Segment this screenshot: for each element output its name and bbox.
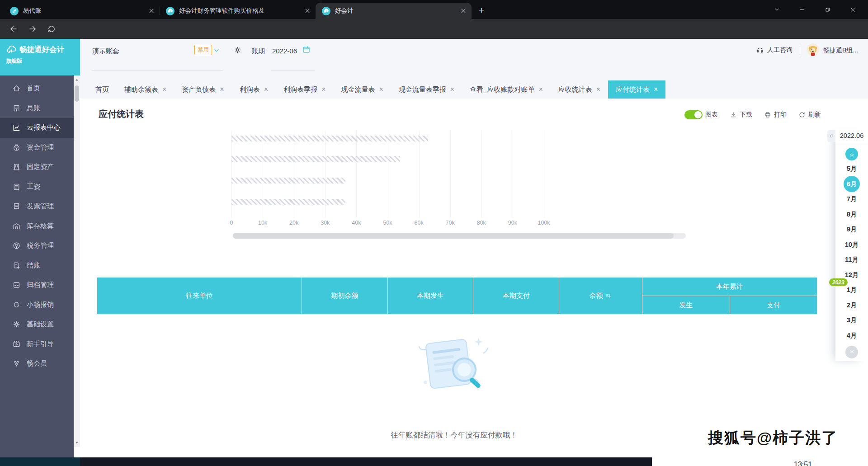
reload-icon[interactable] xyxy=(47,24,56,33)
sidebar-item[interactable]: 云报表中心 xyxy=(0,118,74,138)
chart-bar[interactable] xyxy=(231,178,345,184)
report-tab[interactable]: 利润表季报 xyxy=(276,80,333,99)
gear-icon[interactable] xyxy=(233,46,242,54)
sidebar-item[interactable]: 资金管理 xyxy=(0,138,74,158)
account-chevron-down-icon[interactable] xyxy=(212,47,221,55)
column-header-balance[interactable]: 余额 xyxy=(559,278,642,314)
sidebar-item[interactable]: 归档管理 xyxy=(0,275,74,295)
column-subheader[interactable]: 发生 xyxy=(642,296,730,314)
tab-close-icon[interactable] xyxy=(321,86,326,93)
app-logo-title: 畅捷通好会计 xyxy=(19,45,64,55)
avatar[interactable] xyxy=(806,43,820,56)
new-tab-button[interactable]: + xyxy=(475,5,488,17)
month-item[interactable]: 4月 xyxy=(835,328,868,344)
site-favicon xyxy=(10,7,19,15)
scroll-down-icon[interactable] xyxy=(74,439,80,446)
month-item[interactable]: 5月 xyxy=(835,161,868,177)
report-tab[interactable]: 现金流量表季报 xyxy=(391,80,462,99)
chart-horizontal-scrollbar[interactable] xyxy=(233,233,686,239)
months-scroll-up-button[interactable] xyxy=(845,148,858,160)
sidebar-item[interactable]: 工资 xyxy=(0,177,74,197)
sidebar-item[interactable]: 发票管理 xyxy=(0,197,74,217)
browser-tabs: 易代账 好会计财务管理软件购买价格及 好会计 xyxy=(0,3,472,19)
month-item[interactable]: 6月 xyxy=(835,177,868,192)
sidebar-item[interactable]: 结账 xyxy=(0,256,74,276)
chart-toggle[interactable]: 图表 xyxy=(684,110,718,119)
report-tab[interactable]: 首页 xyxy=(88,80,117,99)
chart-bar[interactable] xyxy=(231,199,345,205)
browser-tab[interactable]: 好会计 xyxy=(316,3,472,19)
account-set-name[interactable]: 演示账套 xyxy=(92,47,119,56)
panel-collapse-handle[interactable] xyxy=(827,130,835,142)
tab-close-icon[interactable] xyxy=(264,86,268,93)
scroll-up-icon[interactable] xyxy=(74,77,80,83)
account-underline xyxy=(92,70,223,71)
sidebar-item[interactable]: 新手引导 xyxy=(0,334,74,354)
tab-close-icon[interactable] xyxy=(304,7,311,14)
sidebar-item-icon xyxy=(12,123,21,132)
chart-bar[interactable] xyxy=(231,156,400,162)
period-value[interactable]: 2022-06 xyxy=(272,47,297,55)
column-subheader[interactable]: 支付 xyxy=(730,296,817,314)
toggle-on-switch[interactable] xyxy=(684,110,703,119)
sort-icon[interactable] xyxy=(605,292,612,299)
column-header[interactable]: 期初余额 xyxy=(302,278,387,314)
calendar-icon[interactable] xyxy=(302,45,311,54)
tab-close-icon[interactable] xyxy=(220,86,224,93)
download-button[interactable]: 下载 xyxy=(730,111,752,119)
minimize-button[interactable] xyxy=(789,0,815,19)
tab-close-icon[interactable] xyxy=(450,86,454,93)
month-item[interactable]: 10月 xyxy=(835,237,868,253)
month-item[interactable]: 3月 xyxy=(835,313,868,328)
tab-close-icon[interactable] xyxy=(460,7,467,14)
column-header[interactable]: 本期支付 xyxy=(473,278,559,314)
tab-close-icon[interactable] xyxy=(596,86,600,93)
sidebar-item[interactable]: 税务管理 xyxy=(0,236,74,256)
report-tab[interactable]: 利润表 xyxy=(232,80,276,99)
sidebar-item[interactable]: 畅会员 xyxy=(0,354,74,374)
tab-close-icon[interactable] xyxy=(148,7,155,14)
month-item[interactable]: 8月 xyxy=(835,207,868,222)
sidebar-item-icon xyxy=(12,183,21,191)
month-item[interactable]: 7月 xyxy=(835,192,868,207)
support-link[interactable]: 人工咨询 xyxy=(756,46,793,54)
sidebar-item[interactable]: 总账 xyxy=(0,99,74,118)
tab-close-icon[interactable] xyxy=(162,86,166,93)
browser-profile-chevron-icon[interactable] xyxy=(764,0,789,19)
chart-bar[interactable] xyxy=(231,136,428,141)
report-tab[interactable]: 查看_应收账款对账单 xyxy=(462,80,551,99)
report-tab[interactable]: 现金流量表 xyxy=(333,80,391,99)
restore-button[interactable] xyxy=(815,0,840,19)
report-tab[interactable]: 辅助余额表 xyxy=(117,80,174,99)
sidebar-item[interactable]: 首页 xyxy=(0,79,74,99)
tab-close-icon[interactable] xyxy=(654,86,658,93)
user-name[interactable]: 畅捷通B组... xyxy=(823,47,858,55)
refresh-button[interactable]: 刷新 xyxy=(798,111,821,119)
tab-close-icon[interactable] xyxy=(379,86,383,93)
back-icon[interactable] xyxy=(9,24,18,33)
month-item[interactable]: 2月 xyxy=(835,298,868,313)
browser-tab[interactable]: 好会计财务管理软件购买价格及 xyxy=(160,3,316,19)
column-header[interactable]: 往来单位 xyxy=(97,278,302,314)
sidebar-item[interactable]: 固定资产 xyxy=(0,157,74,177)
print-button[interactable]: 打印 xyxy=(764,111,787,119)
month-item[interactable]: 11月 xyxy=(835,252,868,268)
month-item[interactable]: 2023 1月 xyxy=(835,282,868,298)
report-tab[interactable]: 应收统计表 xyxy=(551,80,608,99)
sidebar-item[interactable]: 基础设置 xyxy=(0,315,74,334)
sidebar-item-label: 云报表中心 xyxy=(27,123,61,132)
report-tab[interactable]: 应付统计表 xyxy=(608,80,665,99)
browser-tab[interactable]: 易代账 xyxy=(4,3,160,19)
months-scroll-down-button[interactable] xyxy=(845,346,858,358)
report-tab[interactable]: 资产负债表 xyxy=(174,80,231,99)
sidebar-item[interactable]: 小畅报销 xyxy=(0,295,74,315)
month-item[interactable]: 9月 xyxy=(835,222,868,237)
tab-close-icon[interactable] xyxy=(538,86,542,93)
sidebar-item[interactable]: 库存核算 xyxy=(0,217,74,236)
sidebar-scrollbar[interactable] xyxy=(74,75,80,447)
forward-icon[interactable] xyxy=(28,24,37,33)
close-button[interactable] xyxy=(840,0,865,19)
scrollbar-thumb[interactable] xyxy=(75,85,79,102)
column-header[interactable]: 本期发生 xyxy=(388,278,473,314)
sidebar-item-label: 首页 xyxy=(27,84,40,93)
